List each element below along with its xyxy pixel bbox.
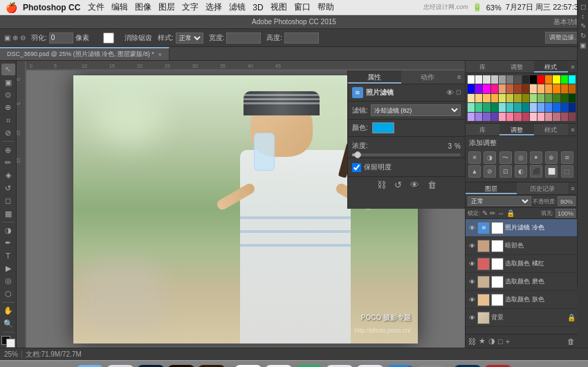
new-layer-icon[interactable]: + — [506, 337, 510, 346]
close-tab-icon[interactable]: × — [158, 51, 162, 58]
delete-layer-icon[interactable]: 🗑 — [567, 337, 575, 346]
swatch[interactable] — [545, 84, 552, 93]
swatch[interactable] — [530, 94, 537, 102]
lock-all[interactable]: 🔒 — [506, 209, 515, 217]
swatch[interactable] — [483, 75, 490, 84]
swatch[interactable] — [538, 84, 544, 93]
swatch[interactable] — [545, 113, 552, 121]
tab-adj-library[interactable]: 库 — [466, 124, 499, 135]
eye-2[interactable]: 👁 — [468, 242, 476, 250]
swatch[interactable] — [545, 103, 552, 111]
eye-6[interactable]: 👁 — [468, 314, 476, 322]
swatch[interactable] — [475, 75, 482, 84]
tool-icon-1[interactable]: ▣ — [4, 34, 10, 41]
swatch[interactable] — [483, 113, 490, 121]
menu-help[interactable]: 帮助 — [318, 1, 334, 13]
menu-filter[interactable]: 滤镜 — [229, 1, 246, 13]
filter-select[interactable]: 冷却滤镜 (82) — [371, 104, 461, 116]
swatch[interactable] — [569, 94, 576, 102]
swatch[interactable] — [569, 84, 576, 93]
adj-curves[interactable]: 〜 — [499, 151, 512, 164]
apple-icon[interactable]: 🍎 — [6, 2, 17, 13]
adj-bw[interactable]: ▲ — [468, 165, 481, 178]
tool-pen[interactable]: ✒ — [1, 237, 15, 249]
swatch[interactable] — [545, 94, 552, 102]
swatch[interactable] — [499, 75, 506, 84]
swatch[interactable] — [468, 84, 475, 93]
dock-wechat[interactable]: 💬 — [295, 365, 323, 368]
new-style-icon[interactable]: ★ — [479, 337, 486, 346]
layer-item-2[interactable]: 👁 暗部色 — [466, 237, 578, 255]
fill-value[interactable]: 100% — [555, 209, 576, 218]
swatch[interactable] — [483, 103, 490, 111]
menu-file[interactable]: 文件 — [88, 1, 104, 13]
swatch[interactable] — [468, 113, 475, 121]
eye-5[interactable]: 👁 — [468, 296, 476, 304]
dock-settings[interactable]: ⚙ — [417, 365, 445, 368]
menu-image[interactable]: 图像 — [135, 1, 151, 13]
link-layers-icon[interactable]: ⛓ — [468, 337, 476, 346]
tool-gradient[interactable]: ▦ — [1, 207, 15, 219]
menu-view[interactable]: 视图 — [270, 1, 287, 13]
dock-photos[interactable]: 🌸 — [265, 365, 293, 368]
tool-crop[interactable]: ⌗ — [1, 115, 15, 126]
tool-lasso[interactable]: ⊙ — [1, 89, 15, 101]
tool-eraser[interactable]: ◻ — [1, 195, 15, 207]
tab-styles[interactable]: 样式 — [534, 61, 568, 73]
dock-finder[interactable]: 🔍 — [76, 365, 104, 368]
visibility-icon[interactable]: 👁 — [410, 180, 419, 190]
swatch[interactable] — [569, 75, 576, 84]
tool-edit[interactable]: ✎ — [580, 22, 586, 30]
layer-item-1[interactable]: 👁 ≋ 照片滤镜 冷色 — [466, 219, 578, 237]
link-icon[interactable]: ⛓ — [377, 180, 386, 190]
menu-window[interactable]: 窗口 — [294, 1, 311, 13]
style-select[interactable]: 正常 — [176, 32, 203, 44]
swatch[interactable] — [522, 113, 529, 121]
feather-input[interactable] — [49, 32, 73, 44]
antialias-checkbox[interactable] — [95, 32, 122, 44]
tool-heal[interactable]: ⊕ — [1, 144, 15, 156]
swatch[interactable] — [522, 103, 529, 111]
tool-history-brush[interactable]: ↺ — [1, 182, 15, 194]
foreground-bg-colors[interactable] — [1, 336, 15, 348]
tool-icon-3[interactable]: ⊖ — [20, 34, 26, 41]
swatch[interactable] — [491, 84, 498, 93]
dock-calendar[interactable]: 📅 — [235, 365, 262, 368]
adj-color-lookup[interactable]: ◐ — [515, 165, 527, 178]
swatch[interactable] — [491, 75, 498, 84]
eye-3[interactable]: 👁 — [468, 260, 476, 268]
swatch[interactable] — [514, 94, 521, 102]
swatch[interactable] — [475, 103, 482, 111]
tab-library[interactable]: 库 — [466, 61, 499, 73]
swatch[interactable] — [553, 103, 560, 111]
adj-posterize[interactable]: ⬜ — [545, 165, 558, 178]
tool-text[interactable]: T — [1, 250, 15, 261]
adj-threshold[interactable]: ⬚ — [561, 165, 573, 178]
swatch[interactable] — [475, 84, 482, 93]
eye-1[interactable]: 👁 — [468, 224, 476, 232]
dock-chart[interactable]: 📊 — [326, 365, 353, 368]
swatch[interactable] — [545, 75, 552, 84]
swatch[interactable] — [561, 94, 568, 102]
tool-marquee[interactable]: ▣ — [1, 76, 15, 88]
lock-position[interactable]: ↔ — [497, 209, 504, 217]
tool-hide[interactable]: ▣ — [580, 41, 586, 49]
tool-clone[interactable]: ◈ — [1, 169, 15, 181]
swatch[interactable] — [538, 94, 544, 102]
new-fill-icon[interactable]: ◑ — [488, 337, 495, 346]
swatch[interactable] — [514, 75, 521, 84]
swatch[interactable] — [522, 75, 529, 84]
lock-transparent[interactable]: ✎ — [482, 209, 488, 217]
document-tab[interactable]: DSC_3690.psd @ 25% (照片滤镜 冷色, 图层蒙版/8) * × — [0, 47, 169, 60]
dock-music[interactable]: 🎵 — [356, 365, 384, 368]
layers-panel-menu[interactable]: ≡ — [568, 182, 578, 194]
swatch[interactable] — [553, 94, 560, 102]
dock-favorite[interactable]: ♥ — [484, 365, 512, 368]
swatch[interactable] — [561, 103, 568, 111]
swatch[interactable] — [514, 84, 521, 93]
swatch[interactable] — [499, 103, 506, 111]
tool-rotate[interactable]: ↻ — [580, 32, 586, 39]
swatch[interactable] — [491, 103, 498, 111]
swatch[interactable] — [499, 113, 506, 121]
tool-path-select[interactable]: ▶ — [1, 263, 15, 274]
